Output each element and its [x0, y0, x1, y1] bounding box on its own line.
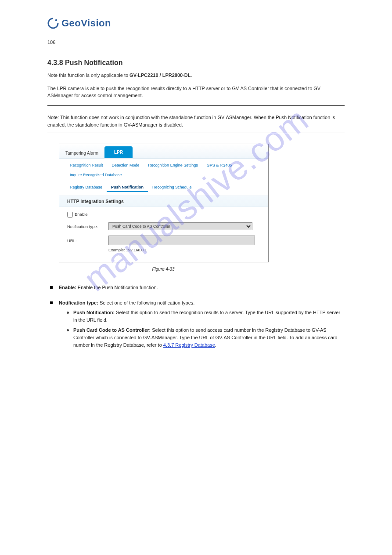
- intro-paragraph-1: Note this function is only applicable to…: [47, 72, 345, 79]
- url-input[interactable]: [108, 236, 255, 245]
- panel-header: HTTP Integration Settings: [59, 196, 268, 207]
- circle-bullet-icon: [67, 312, 69, 314]
- subtab-recognition-result[interactable]: Recognition Result: [65, 162, 108, 169]
- intro-1-pre: Note this function is only applicable to: [47, 73, 129, 78]
- sub-bullet-push-card-code: Push Card Code to AS Controller: Select …: [59, 326, 345, 349]
- notification-type-label: Notification type:: [67, 224, 108, 229]
- square-bullet-icon: [50, 301, 53, 304]
- sub-bullet-push-notification: Push Notification: Select this option to…: [59, 309, 345, 324]
- bullet-enable: Enable: Enable the Push Notification fun…: [47, 284, 345, 291]
- enable-checkbox[interactable]: [67, 212, 73, 218]
- brand-name: GeoVision: [61, 18, 111, 29]
- registry-database-link[interactable]: 4.3.7 Registry Database: [163, 342, 215, 348]
- intro-1-bold: GV-LPC2210 / LPR2800-DL: [129, 73, 191, 78]
- bullet-enable-title: Enable:: [59, 285, 76, 290]
- bullet-notif-text: Select one of the following notification…: [98, 300, 195, 305]
- enable-label: Enable: [75, 212, 88, 217]
- sub2-title: Push Card Code to AS Controller:: [73, 327, 151, 333]
- subtab-gps-rs485[interactable]: GPS & RS485: [202, 162, 237, 169]
- logo-icon: [47, 18, 59, 29]
- notification-type-select[interactable]: Push Card Code to AS Controller: [108, 222, 252, 230]
- bullet-notif-title: Notification type:: [59, 300, 98, 305]
- subtab-push-notification[interactable]: Push Notification: [107, 184, 148, 192]
- bullet-enable-text: Enable the Push Notification function.: [76, 285, 158, 290]
- bullet-notification-type: Notification type: Select one of the fol…: [47, 299, 345, 349]
- note-box: Note: This function does not work in con…: [47, 105, 345, 133]
- subtab-recognizing-schedule[interactable]: Recognizing Schedule: [148, 184, 196, 192]
- section-heading: 4.3.8 Push Notification: [47, 59, 345, 67]
- note-text: Note: This function does not work in con…: [47, 115, 335, 128]
- brand-logo: GeoVision: [47, 18, 345, 29]
- tab-tampering-alarm[interactable]: Tampering Alarm: [59, 147, 104, 158]
- subtab-registry-database[interactable]: Registry Database: [65, 184, 107, 192]
- svg-point-0: [55, 19, 57, 21]
- subtab-inquire-recognized-database[interactable]: Inquire Recognized Database: [65, 172, 126, 179]
- sub-tab-bar: Recognition Result Detection Mode Recogn…: [59, 159, 268, 192]
- square-bullet-icon: [50, 286, 53, 289]
- tab-lpr[interactable]: LPR: [104, 146, 133, 158]
- top-tab-bar: Tampering Alarm LPR: [59, 144, 268, 159]
- settings-screenshot: Tampering Alarm LPR Recognition Result D…: [59, 144, 269, 262]
- url-label: URL:: [67, 238, 108, 243]
- circle-bullet-icon: [67, 329, 69, 331]
- form-area: Enable Notification type: Push Card Code…: [59, 207, 268, 257]
- sub2-post: .: [215, 342, 216, 348]
- page-number: 106: [47, 40, 345, 45]
- sub1-title: Push Notification:: [73, 310, 115, 315]
- url-example-hint: Example: 192.168.0.1: [108, 248, 260, 252]
- subtab-detection-mode[interactable]: Detection Mode: [108, 162, 144, 169]
- intro-1-post: .: [191, 73, 192, 78]
- figure-caption: Figure 4-33: [59, 267, 268, 272]
- subtab-recognition-engine-settings[interactable]: Recognition Engine Settings: [144, 162, 202, 169]
- intro-paragraph-2: The LPR camera is able to push the recog…: [47, 85, 345, 99]
